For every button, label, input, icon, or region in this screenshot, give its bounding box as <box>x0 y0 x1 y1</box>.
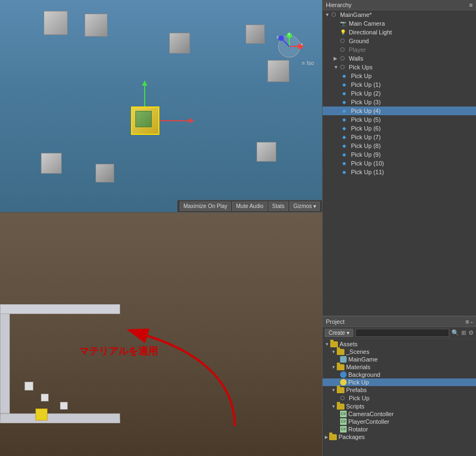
hierarchy-item-directional-light[interactable]: Directional Light <box>323 28 476 37</box>
hierarchy-label-pickup-7: Pick Up (7) <box>351 134 380 140</box>
project-search-input[interactable] <box>355 329 449 337</box>
hierarchy-label-pickup-5: Pick Up (5) <box>351 116 380 123</box>
hierarchy-icon-pickup-11 <box>342 168 350 176</box>
hierarchy-item-pickup-2[interactable]: Pick Up (2) <box>323 89 476 98</box>
project-item-bg-material[interactable]: Background <box>323 371 476 378</box>
hierarchy-item-pickup-5[interactable]: Pick Up (5) <box>323 115 476 124</box>
stats-button[interactable]: Stats <box>269 202 289 211</box>
hierarchy-label-pickup-9: Pick Up (9) <box>351 151 380 158</box>
project-script-icon-rotator: C# <box>340 426 347 433</box>
project-view-toggle[interactable]: ⊞ <box>461 329 466 336</box>
hierarchy-label-pick-ups: Pick Ups <box>349 64 372 70</box>
hierarchy-icon-ground <box>340 37 348 45</box>
project-item-camera-contoller[interactable]: C# CameraContoller <box>323 410 476 418</box>
cube-3 <box>246 25 265 44</box>
hierarchy-label-walls: Walls <box>349 55 363 62</box>
project-item-rotator[interactable]: C# Rotator <box>323 425 476 433</box>
hierarchy-label-pickup-2: Pick Up (2) <box>351 90 380 97</box>
project-label-rotator: Rotator <box>348 426 368 433</box>
hierarchy-label-directional-light: Directional Light <box>349 29 392 35</box>
hierarchy-item-pickup-10[interactable]: Pick Up (10) <box>323 159 476 168</box>
project-item-packages[interactable]: ▶ Packages <box>323 433 476 441</box>
project-label-camera-contoller: CameraContoller <box>348 411 394 417</box>
hierarchy-item-pickup-1[interactable]: Pick Up (1) <box>323 80 476 89</box>
gizmos-button[interactable]: Gizmos ▾ <box>289 202 320 211</box>
project-label-player-contoller: PlayerContoller <box>348 418 389 425</box>
project-item-maingame[interactable]: MainGame <box>323 356 476 363</box>
hierarchy-item-walls[interactable]: ▶ Walls <box>323 54 476 63</box>
hierarchy-icon-player <box>340 46 348 54</box>
transform-arrow-y <box>144 85 145 106</box>
hierarchy-scene-label: MainGame* <box>340 11 372 18</box>
game-obj-3 <box>60 402 68 410</box>
hierarchy-icon-pickup-10 <box>342 159 350 167</box>
project-item-scripts[interactable]: ▼ Scripts <box>323 402 476 410</box>
hierarchy-item-pickup-8[interactable]: Pick Up (8) <box>323 141 476 150</box>
project-item-materials[interactable]: ▼ Materials <box>323 363 476 371</box>
hierarchy-label-pickup-3: Pick Up (3) <box>351 99 380 105</box>
hierarchy-label-pickup-11: Pick Up (11) <box>351 169 384 175</box>
project-item-assets[interactable]: ▼ Assets <box>323 340 476 348</box>
hierarchy-label-pickup-10: Pick Up (10) <box>351 160 384 167</box>
maximize-on-play-button[interactable]: Maximize On Play <box>180 202 231 211</box>
transform-arrow-x <box>160 120 190 121</box>
project-search-icon: 🔍 <box>451 329 459 336</box>
hierarchy-panel: Hierarchy ≡ ▼ MainGame* Main Camera Dire… <box>323 0 476 317</box>
selected-cube-body <box>131 106 159 135</box>
project-material-icon-pickup <box>340 379 347 386</box>
project-label-scenes: _Scenes <box>346 348 370 355</box>
hierarchy-item-pickup-6[interactable]: Pick Up (6) <box>323 124 476 133</box>
project-folder-icon-assets <box>330 341 338 347</box>
cube-1 <box>85 14 108 37</box>
project-create-button[interactable]: Create ▾ <box>325 329 353 337</box>
game-wall-horizontal-2 <box>0 304 120 314</box>
project-item-scenes[interactable]: ▼ _Scenes <box>323 348 476 356</box>
cube-4 <box>44 11 68 35</box>
hierarchy-icon-pickup-7 <box>342 133 350 141</box>
hierarchy-item-pickup-11[interactable]: Pick Up (11) <box>323 168 476 176</box>
hierarchy-item-pickup-7[interactable]: Pick Up (7) <box>323 133 476 141</box>
mute-audio-button[interactable]: Mute Audio <box>232 202 267 211</box>
hierarchy-item-main-camera[interactable]: Main Camera <box>323 19 476 28</box>
hierarchy-item-pick-ups[interactable]: ▼ Pick Ups <box>323 63 476 72</box>
hierarchy-arrow-walls: ▶ <box>334 56 340 61</box>
hierarchy-item-player[interactable]: Player <box>323 45 476 54</box>
hierarchy-icon-pickups <box>340 63 348 71</box>
hierarchy-item-pickup-9[interactable]: Pick Up (9) <box>323 150 476 159</box>
hierarchy-label-pickup-4: Pick Up (4) <box>351 108 380 114</box>
project-folder-icon-scenes <box>337 349 344 355</box>
project-label-maingame: MainGame <box>348 356 378 363</box>
game-wall-horizontal <box>0 413 120 423</box>
project-item-prefabs[interactable]: ▼ Prefabs <box>323 386 476 394</box>
hierarchy-item-pickup-3[interactable]: Pick Up (3) <box>323 98 476 106</box>
project-settings-icon[interactable]: ⚙ <box>468 329 474 336</box>
project-item-pickup-prefab[interactable]: Pick Up <box>323 394 476 402</box>
hierarchy-menu-icon[interactable]: ≡ <box>469 2 473 8</box>
selected-cube[interactable] <box>131 106 159 135</box>
hierarchy-scene-root[interactable]: ▼ MainGame* <box>323 10 476 19</box>
hierarchy-scene-arrow: ▼ <box>325 12 331 17</box>
selected-cube-inner <box>135 111 152 127</box>
project-arrow-assets: ▼ <box>325 342 329 347</box>
project-arrow-scenes: ▼ <box>331 350 336 354</box>
project-script-icon-camera: C# <box>340 411 347 417</box>
cube-5 <box>267 60 289 82</box>
project-arrow-scripts: ▼ <box>331 404 336 409</box>
hierarchy-label-pickup: Pick Up <box>351 73 372 79</box>
project-prefab-icon-pickup <box>340 394 348 402</box>
project-material-icon-bg <box>340 371 347 378</box>
project-script-icon-player: C# <box>340 418 347 425</box>
project-item-player-contoller[interactable]: C# PlayerContoller <box>323 418 476 425</box>
project-menu-icon[interactable]: ≡ - <box>466 318 473 325</box>
hierarchy-icon-pickup-2 <box>342 90 350 97</box>
project-header: Project ≡ - <box>323 317 476 327</box>
project-item-pickup-material[interactable]: Pick Up <box>323 378 476 386</box>
scene-gizmo: x y z <box>276 33 303 60</box>
hierarchy-item-ground[interactable]: Ground <box>323 37 476 45</box>
hierarchy-item-pickup-4[interactable]: Pick Up (4) <box>323 106 476 115</box>
project-folder-icon-packages <box>329 434 337 440</box>
scene-view[interactable]: x y z ≡ Iso Maximize On Play Mute Audio … <box>0 0 322 213</box>
hierarchy-item-pickup[interactable]: Pick Up <box>323 72 476 80</box>
project-tree: ▼ Assets ▼ _Scenes MainGame ▼ <box>323 339 476 456</box>
hierarchy-scene-icon <box>331 11 339 19</box>
